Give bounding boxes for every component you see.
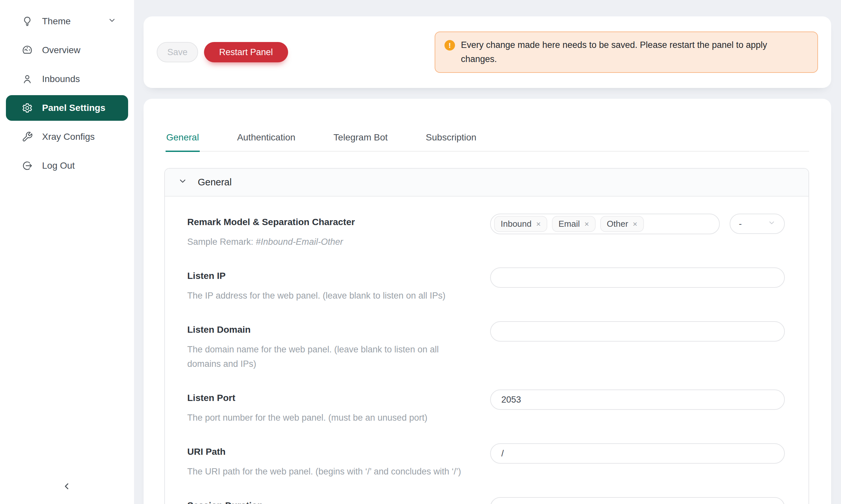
remark-model-tags-input[interactable]: Inbound × Email × Other × <box>490 214 720 234</box>
tag-label: Email <box>559 219 580 229</box>
general-section-header[interactable]: General <box>165 169 808 197</box>
sidebar-item-panel-settings[interactable]: Panel Settings <box>6 95 128 121</box>
tab-telegram-bot[interactable]: Telegram Bot <box>333 132 388 152</box>
field-description: The URI path for the web panel. (begins … <box>187 464 468 479</box>
sidebar-item-theme[interactable]: Theme <box>6 8 128 34</box>
select-value: - <box>739 219 742 229</box>
close-icon[interactable]: × <box>536 220 541 228</box>
general-section-body: Remark Model & Separation Character Samp… <box>165 197 808 504</box>
field-info: Listen Domain The domain name for the we… <box>187 321 468 371</box>
general-section-panel: General Remark Model & Separation Charac… <box>164 168 809 504</box>
chevron-down-icon <box>108 16 116 27</box>
sidebar-item-xray-configs[interactable]: Xray Configs <box>6 124 128 150</box>
sidebar-collapse-button[interactable] <box>57 477 77 497</box>
restart-warning-alert: ! Every change made here needs to be sav… <box>435 32 818 73</box>
tag-other: Other × <box>600 216 644 232</box>
lightbulb-icon <box>22 16 33 27</box>
main-content: Save Restart Panel ! Every change made h… <box>134 0 841 504</box>
close-icon[interactable]: × <box>633 220 637 228</box>
tab-subscription[interactable]: Subscription <box>425 132 477 152</box>
listen-port-input[interactable] <box>490 390 785 410</box>
tab-general[interactable]: General <box>166 132 200 152</box>
sidebar-item-label: Overview <box>42 45 81 55</box>
field-info: URI Path The URI path for the web panel.… <box>187 443 468 479</box>
sidebar-item-label: Inbounds <box>42 74 80 84</box>
listen-ip-input[interactable] <box>490 267 785 288</box>
field-label: Remark Model & Separation Character <box>187 217 468 228</box>
field-label: Listen IP <box>187 271 468 281</box>
sidebar-item-inbounds[interactable]: Inbounds <box>6 66 128 92</box>
sidebar-item-label: Theme <box>42 16 71 26</box>
wrench-icon <box>22 131 33 142</box>
field-description: The domain name for the web panel. (leav… <box>187 342 468 371</box>
sample-remark-prefix: Sample Remark: <box>187 237 256 247</box>
sidebar-item-overview[interactable]: Overview <box>6 37 128 63</box>
chevron-down-icon <box>178 177 187 188</box>
close-icon[interactable]: × <box>584 220 589 228</box>
chevron-down-icon <box>768 219 776 229</box>
sidebar-item-label: Log Out <box>42 160 75 171</box>
dashboard-icon <box>22 44 33 56</box>
field-control <box>490 443 785 464</box>
tab-authentication[interactable]: Authentication <box>237 132 296 152</box>
field-row-session-duration: Session Duration The duration for which … <box>187 497 785 504</box>
field-label: Listen Domain <box>187 325 468 335</box>
field-label: Session Duration <box>187 500 468 504</box>
field-description: Sample Remark: #Inbound-Email-Other <box>187 235 468 249</box>
tag-email: Email × <box>552 216 596 232</box>
chevron-left-icon <box>62 481 72 492</box>
settings-card: General Authentication Telegram Bot Subs… <box>143 99 831 504</box>
session-duration-input[interactable] <box>490 497 785 504</box>
field-row-listen-domain: Listen Domain The domain name for the we… <box>187 321 785 371</box>
logout-icon <box>22 160 33 171</box>
field-info: Listen Port The port number for the web … <box>187 390 468 425</box>
alert-text: Every change made here needs to be saved… <box>461 38 796 66</box>
field-label: URI Path <box>187 447 468 457</box>
gear-icon <box>22 102 33 113</box>
save-button[interactable]: Save <box>157 42 198 62</box>
separation-character-select[interactable]: - <box>730 214 785 234</box>
field-info: Session Duration The duration for which … <box>187 497 468 504</box>
field-control <box>490 390 785 410</box>
field-control <box>490 497 785 504</box>
field-control <box>490 321 785 342</box>
sidebar-item-label: Xray Configs <box>42 131 95 142</box>
section-title: General <box>198 177 231 188</box>
field-row-listen-port: Listen Port The port number for the web … <box>187 390 785 425</box>
tag-inbound: Inbound × <box>494 216 547 232</box>
field-label: Listen Port <box>187 393 468 403</box>
sidebar-item-label: Panel Settings <box>42 103 105 113</box>
field-description: The IP address for the web panel. (leave… <box>187 288 468 303</box>
settings-tabs: General Authentication Telegram Bot Subs… <box>166 132 809 151</box>
sidebar-item-log-out[interactable]: Log Out <box>6 153 128 179</box>
warning-icon: ! <box>445 40 455 51</box>
tag-label: Inbound <box>501 219 532 229</box>
listen-domain-input[interactable] <box>490 321 785 342</box>
field-row-remark-model: Remark Model & Separation Character Samp… <box>187 214 785 249</box>
toolbar-buttons: Save Restart Panel <box>157 42 288 62</box>
toolbar-card: Save Restart Panel ! Every change made h… <box>143 16 831 88</box>
sample-remark-value: #Inbound-Email-Other <box>256 237 343 247</box>
tag-label: Other <box>607 219 628 229</box>
uri-path-input[interactable] <box>490 443 785 464</box>
user-icon <box>22 73 33 85</box>
field-info: Remark Model & Separation Character Samp… <box>187 214 468 249</box>
field-control: Inbound × Email × Other × <box>490 214 785 234</box>
field-description: The port number for the web panel. (must… <box>187 411 468 425</box>
field-info: Listen IP The IP address for the web pan… <box>187 267 468 303</box>
field-row-uri-path: URI Path The URI path for the web panel.… <box>187 443 785 479</box>
field-control <box>490 267 785 288</box>
sidebar: Theme Overview Inbounds Panel Settings X… <box>0 0 134 504</box>
field-row-listen-ip: Listen IP The IP address for the web pan… <box>187 267 785 303</box>
restart-panel-button[interactable]: Restart Panel <box>204 42 288 62</box>
